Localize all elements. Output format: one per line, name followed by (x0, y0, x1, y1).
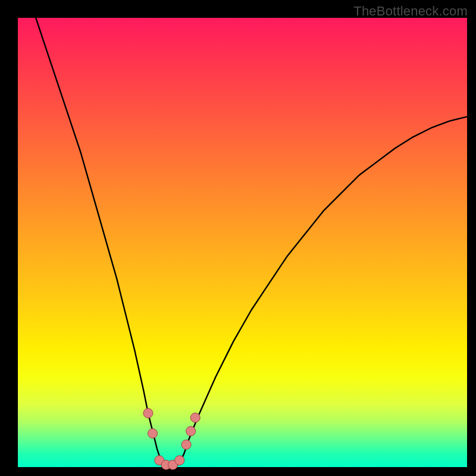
curve-marker (190, 413, 200, 422)
curve-markers (143, 408, 200, 469)
attribution-watermark: TheBottleneck.com (353, 4, 468, 19)
bottleneck-curve (36, 18, 467, 467)
curve-marker (181, 440, 191, 449)
plot-area (18, 18, 467, 467)
chart-container: TheBottleneck.com (0, 0, 476, 476)
curve-marker (143, 408, 153, 418)
curve-marker (186, 427, 196, 436)
curve-marker (175, 456, 184, 465)
chart-svg (18, 18, 467, 467)
curve-marker (148, 428, 158, 438)
